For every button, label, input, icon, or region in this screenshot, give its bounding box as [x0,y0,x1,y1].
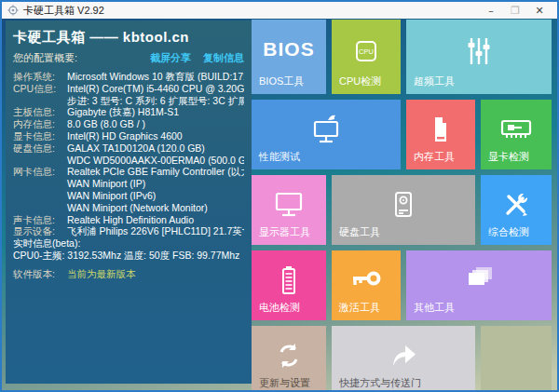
refresh-icon [273,340,305,372]
app-icon [7,5,19,16]
tile-label: 硬盘工具 [339,225,380,239]
info-line-gpu: 显卡信息:Intel(R) HD Graphics 4600 [13,130,244,142]
tile-activation-tools[interactable]: 激活工具 [332,250,401,320]
tile-label: CPU检测 [339,74,381,88]
sliders-icon [463,35,495,67]
tile-shortcuts-portal[interactable]: 快捷方式与传送门 [332,326,475,390]
tile-label: BIOS工具 [259,74,304,88]
panel-title: 卡硬工具箱 —— kbtool.cn [13,29,244,47]
app-window: { "window": { "title": "卡硬工具箱 V2.92", "c… [0,0,559,392]
tile-benchmark[interactable]: 性能测试 [252,100,401,169]
info-line-nic1: 网卡信息:Realtek PCIe GBE Family Controller … [13,166,244,178]
system-info-panel: 卡硬工具箱 —— kbtool.cn 您的配置概要: 截屏分享 复制信息 操作系… [6,20,252,384]
battery-icon [275,264,303,297]
monitor-icon [271,189,307,221]
info-line-motherboard: 主板信息:Gigabyte (技嘉) H81M-S1 [13,106,244,118]
tile-battery-check[interactable]: 电池检测 [252,250,326,320]
info-line-nic3: WAN Miniport (IPv6) [13,190,244,202]
software-version-line: 软件版本:当前为最新版本 [13,268,244,281]
info-line-cpu-detail: 步进: 3 型号: C 系列: 6 扩展型号: 3C 扩展系列: 6 [13,95,244,107]
config-summary-label: 您的配置概要: [13,51,77,65]
info-line-disk1: 硬盘信息:GALAX TA1D0120A (120.0 GB) [13,142,244,155]
info-line-os: 操作系统:Microsoft Windows 10 教育版 (BUILD:171… [13,71,244,83]
tile-disk-tools[interactable]: 硬盘工具 [332,175,475,245]
minimize-button[interactable]: – [479,2,503,19]
tile-monitor-tools[interactable]: 显示器工具 [252,175,326,245]
info-line-nic2: WAN Miniport (IP) [13,178,244,190]
maximize-button[interactable]: ❐ [503,2,527,19]
forward-arrow-icon [389,342,418,370]
layers-icon [460,264,498,296]
tile-other-tools[interactable]: 其他工具 [406,250,552,320]
tile-label: 性能测试 [259,150,300,164]
tile-label: 激活工具 [339,301,380,315]
info-line-realtime: 实时信息(beta): [13,237,244,250]
key-icon [348,266,384,294]
hdd-icon [389,189,418,221]
close-button[interactable]: ✕ [527,2,552,19]
tile-label: 快捷方式与传送门 [339,376,421,390]
info-list: 操作系统:Microsoft Windows 10 教育版 (BUILD:171… [13,71,244,262]
bios-text-icon: BIOS [263,38,314,61]
tile-memory-tools[interactable]: 内存工具 [406,100,475,169]
info-line-audio: 声卡信息:Realtek High Definition Audio [13,214,244,226]
tile-label: 内存工具 [414,150,455,164]
window-title: 卡硬工具箱 V2.92 [23,4,104,18]
tile-empty[interactable] [481,326,552,390]
screenshot-share-link[interactable]: 截屏分享 [150,51,191,65]
copy-info-link[interactable]: 复制信息 [203,51,244,65]
title-bar: 卡硬工具箱 V2.92 – ❐ ✕ [2,2,557,19]
info-line-display: 显示设备:飞利浦 Philips 226V6 [PHLC11D] 21.7英寸 [13,225,244,237]
tile-label: 更新与设置 [259,376,310,390]
info-line-disk2: WDC WD5000AAKX-00ERMA0 (500.0 GB) [13,155,244,167]
tile-bios-tools[interactable]: BIOS BIOS工具 [252,20,326,94]
info-line-cpu: CPU信息:Intel(R) Core(TM) i5-4460 CPU @ 3.… [13,83,244,95]
benchmark-monitor-icon [307,113,345,146]
info-line-memory: 内存信息:8.0 GB (8.0 GB / ) [13,118,244,130]
info-line-cpu-freq: CPU0-主频: 3192.53Mhz 温度: 50度 FSB: 99.77Mh… [13,250,244,262]
gpu-card-icon [498,115,535,144]
tile-label: 其他工具 [414,301,455,315]
tile-update-settings[interactable]: 更新与设置 [252,326,326,390]
tile-label: 超频工具 [414,74,455,88]
svg-text:CPU: CPU [359,47,374,56]
software-version-value: 当前为最新版本 [67,268,136,279]
cpu-chip-icon: CPU [351,36,381,66]
tile-label: 显卡检测 [488,150,529,164]
wrench-pencil-icon [500,189,532,221]
tiles-grid: BIOS BIOS工具 CPU CPU检测 超频工具 [252,20,552,390]
tile-cpu-check[interactable]: CPU CPU检测 [332,20,401,94]
ram-icon [427,115,455,144]
tile-comprehensive-check[interactable]: 综合检测 [481,175,552,245]
info-line-nic4: WAN Miniport (Network Monitor) [13,202,244,214]
tile-gpu-check[interactable]: 显卡检测 [481,100,552,169]
tile-overclock-tools[interactable]: 超频工具 [406,20,552,94]
tile-label: 电池检测 [259,301,300,315]
tile-label: 显示器工具 [259,225,310,239]
tile-label: 综合检测 [488,225,529,239]
